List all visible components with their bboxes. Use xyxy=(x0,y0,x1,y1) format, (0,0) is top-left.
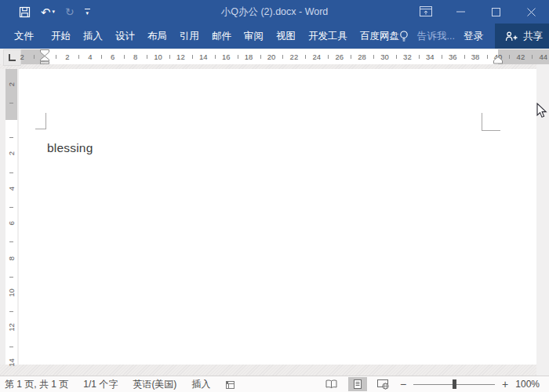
print-layout-button[interactable] xyxy=(348,377,367,391)
hruler-tick xyxy=(464,55,465,59)
status-right-group: − + 100% xyxy=(322,377,549,391)
horizontal-ruler[interactable]: 2246810121416182022242628303234363840424… xyxy=(0,49,549,64)
vruler-top-margin xyxy=(5,69,17,120)
hruler-number: 32 xyxy=(403,49,412,64)
web-layout-button[interactable] xyxy=(374,377,393,391)
quick-access-toolbar: ↶ ▾ ↻ ▾ xyxy=(0,0,90,24)
tab-review[interactable]: 审阅 xyxy=(244,30,264,43)
undo-arrow-glyph: ↶ xyxy=(41,6,51,18)
sign-in-button[interactable]: 登录 xyxy=(464,30,483,43)
undo-icon[interactable]: ↶ ▾ xyxy=(41,6,55,18)
scrollbar-area[interactable] xyxy=(536,49,549,376)
hruler-tick xyxy=(373,55,374,59)
hruler-number: 30 xyxy=(380,49,389,64)
language-status[interactable]: 英语(美国) xyxy=(133,378,176,391)
vruler-number: 12 xyxy=(7,321,16,333)
hruler-tick xyxy=(419,55,420,59)
vruler-number: 6 xyxy=(7,217,16,229)
word-window: { "window": { "title": "小Q办公 (2).docx - … xyxy=(0,0,549,392)
hruler-tick xyxy=(101,55,102,59)
vertical-ruler[interactable]: 22468101214 xyxy=(5,69,17,365)
chrome-texture-bottom xyxy=(0,365,549,376)
tab-view[interactable]: 视图 xyxy=(276,30,296,43)
right-indent-marker[interactable] xyxy=(493,56,503,64)
hruler-number: 10 xyxy=(154,49,162,64)
hruler-tick xyxy=(34,55,35,59)
share-person-icon xyxy=(505,31,518,42)
hruler-tick xyxy=(260,55,261,59)
document-page[interactable] xyxy=(19,69,536,365)
hruler-tick xyxy=(396,55,397,59)
ribbon-display-options-icon[interactable] xyxy=(408,0,443,24)
hruler-tick xyxy=(78,55,79,59)
vruler-number: 2 xyxy=(7,147,16,159)
hruler-number: 12 xyxy=(176,49,185,64)
customize-glyph: ▾ xyxy=(85,9,90,16)
insert-mode-status[interactable]: 插入 xyxy=(191,378,210,391)
lightbulb-icon xyxy=(399,31,409,42)
vruler-tick xyxy=(9,277,13,278)
read-mode-button[interactable] xyxy=(322,377,341,391)
hruler-number: 28 xyxy=(358,49,366,64)
window-controls xyxy=(408,0,549,24)
hruler-number: 6 xyxy=(111,49,115,64)
customize-quick-access-icon[interactable]: ▾ xyxy=(85,9,90,16)
tab-file[interactable]: 文件 xyxy=(14,30,34,43)
zoom-in-icon[interactable]: + xyxy=(502,379,508,390)
hruler-tick xyxy=(192,55,193,59)
margin-crop-mark-right xyxy=(482,113,500,131)
hruler-number: 16 xyxy=(222,49,231,64)
vruler-tick xyxy=(9,103,13,103)
tab-developer[interactable]: 开发工具 xyxy=(308,30,347,43)
status-left-group: 第 1 页, 共 1 页 1/1 个字 英语(美国) 插入 xyxy=(0,378,235,391)
tell-me-box[interactable]: 告诉我... xyxy=(417,30,455,43)
status-bar: 第 1 页, 共 1 页 1/1 个字 英语(美国) 插入 − + 100% xyxy=(0,376,549,392)
hruler-number: 24 xyxy=(313,49,322,64)
zoom-slider-thumb[interactable] xyxy=(453,379,456,389)
tab-insert[interactable]: 插入 xyxy=(83,30,103,43)
hanging-indent-marker[interactable] xyxy=(40,56,49,64)
tab-baidu-netdisk[interactable]: 百度网盘 xyxy=(360,30,399,43)
page-number-status[interactable]: 第 1 页, 共 1 页 xyxy=(5,378,68,391)
undo-dropdown-caret: ▾ xyxy=(53,9,56,15)
hruler-number: 38 xyxy=(471,49,480,64)
hruler-number: 4 xyxy=(88,49,92,64)
tab-design[interactable]: 设计 xyxy=(115,30,135,43)
vruler-number: 10 xyxy=(7,287,16,299)
vruler-tick xyxy=(9,207,13,208)
zoom-percentage[interactable]: 100% xyxy=(515,379,540,390)
tab-references[interactable]: 引用 xyxy=(180,30,199,43)
word-count-status[interactable]: 1/1 个字 xyxy=(83,378,118,391)
vruler-number: 4 xyxy=(7,183,16,194)
hruler-tick xyxy=(282,55,283,59)
hruler-tick xyxy=(532,55,533,59)
redo-icon[interactable]: ↻ xyxy=(65,6,75,17)
hruler-tick xyxy=(351,55,351,59)
ribbon-tabs: 文件开始插入设计布局引用邮件审阅视图开发工具百度网盘 xyxy=(0,30,399,43)
share-button[interactable]: 共享 xyxy=(495,24,549,49)
document-text[interactable]: blessing xyxy=(47,141,93,155)
ribbon-tab-row: 文件开始插入设计布局引用邮件审阅视图开发工具百度网盘 告诉我... 登录 共享 xyxy=(0,24,549,49)
minimize-icon[interactable] xyxy=(443,0,478,24)
hruler-tick xyxy=(238,55,238,59)
hruler-tick xyxy=(124,55,125,59)
hruler-tick xyxy=(305,55,306,59)
hruler-number: 34 xyxy=(426,49,434,64)
zoom-slider[interactable] xyxy=(413,379,495,389)
chrome-texture-top xyxy=(0,64,549,69)
vruler-tick xyxy=(9,137,13,138)
tab-home[interactable]: 开始 xyxy=(51,30,71,43)
tab-mailings[interactable]: 邮件 xyxy=(212,30,231,43)
tab-stop-selector[interactable] xyxy=(3,49,21,66)
tab-layout[interactable]: 布局 xyxy=(147,30,167,43)
vruler-number: 8 xyxy=(7,252,16,264)
hruler-number: 42 xyxy=(517,49,525,64)
vruler-number: 14 xyxy=(7,357,16,368)
zoom-out-icon[interactable]: − xyxy=(400,379,406,390)
macro-record-icon[interactable] xyxy=(225,379,235,390)
save-icon[interactable] xyxy=(19,6,31,18)
vruler-tick xyxy=(9,311,13,312)
close-icon[interactable] xyxy=(514,0,549,24)
maximize-icon[interactable] xyxy=(478,0,514,24)
hruler-number: 22 xyxy=(290,49,299,64)
